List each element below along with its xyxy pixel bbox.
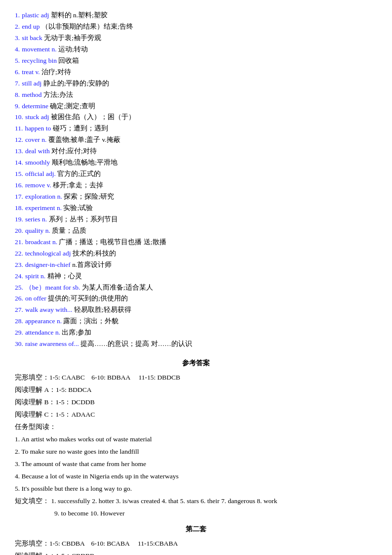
suite2-readingA: 阅读理解 A：1-5：CBDBB bbox=[15, 550, 377, 555]
vocab-meaning: 顺利地;流畅地;平滑地 bbox=[52, 159, 118, 166]
vocab-word: treat v. bbox=[22, 68, 40, 76]
vocab-word: deal with bbox=[25, 147, 50, 155]
vocab-num: 15. bbox=[15, 170, 23, 177]
vocab-item: 12.cover n. 覆盖物;被单;盖子 v.掩蔽 bbox=[15, 134, 377, 146]
vocab-item: 11.happen to 碰巧；遭到；遇到 bbox=[15, 123, 377, 134]
vocab-num: 13. bbox=[15, 147, 23, 155]
suite1-task-label: 任务型阅读： bbox=[15, 423, 56, 430]
vocab-num: 6. bbox=[15, 68, 20, 76]
vocab-meaning: 为某人而准备;适合某人 bbox=[82, 284, 153, 291]
vocab-meaning: 精神；心灵 bbox=[47, 272, 82, 280]
vocab-meaning: 出席;参加 bbox=[62, 329, 91, 336]
vocab-num: 29. bbox=[15, 329, 23, 336]
vocab-num: 25. bbox=[15, 284, 23, 291]
vocab-num: 26. bbox=[15, 295, 23, 302]
vocab-item: 25.（be）meant for sb. 为某人而准备;适合某人 bbox=[15, 282, 377, 294]
vocab-word: experiment n. bbox=[25, 204, 62, 212]
vocab-num: 18. bbox=[15, 204, 23, 212]
vocab-item: 10.stuck adj 被困住;陷（入）；困（于） bbox=[15, 112, 377, 123]
vocab-item: 4.movement n. 运动;转动 bbox=[15, 44, 377, 55]
vocab-meaning: n.首席设计师 bbox=[72, 261, 112, 268]
vocab-meaning: （以非预期的结果）结束;告终 bbox=[41, 23, 133, 30]
suite1-readingA-label: 阅读理解 A：1-5: BDDCA bbox=[15, 386, 92, 393]
vocab-word: stuck adj bbox=[25, 113, 49, 121]
suite1-readingC-label: 阅读理解 C：1-5：ADAAC bbox=[15, 411, 95, 418]
vocab-num: 4. bbox=[15, 45, 20, 53]
vocab-item: 2.end up （以非预期的结果）结束;告终 bbox=[15, 21, 377, 33]
vocab-word: （be）meant for sb. bbox=[25, 284, 80, 291]
suite1-readingC: 阅读理解 C：1-5：ADAAC bbox=[15, 409, 377, 421]
vocab-word: quality n. bbox=[25, 227, 50, 234]
vocab-word: sit back bbox=[22, 34, 42, 42]
vocab-meaning: 移开;拿走；去掉 bbox=[53, 181, 103, 189]
vocab-meaning: 运动;转动 bbox=[58, 45, 88, 53]
vocab-item: 17.exploration n. 探索；探险;研究 bbox=[15, 191, 377, 203]
suite1-task-list: 1. An artist who makes works out of wast… bbox=[15, 433, 377, 495]
vocab-meaning: 广播；播送；电视节目也播 送;散播 bbox=[59, 238, 166, 246]
vocab-meaning: 质量；品质 bbox=[52, 227, 86, 234]
suite2-title: 第二套 bbox=[15, 525, 377, 534]
vocab-word: method bbox=[22, 91, 42, 98]
answer-title: 参考答案 bbox=[15, 359, 377, 368]
vocab-meaning: 方法;办法 bbox=[43, 91, 73, 98]
vocab-item: 13.deal with 对付;应付;对待 bbox=[15, 146, 377, 157]
vocab-num: 20. bbox=[15, 227, 23, 234]
vocab-item: 20.quality n. 质量；品质 bbox=[15, 225, 377, 237]
vocab-word: spirit n. bbox=[25, 272, 45, 280]
vocab-num: 9. bbox=[15, 102, 20, 110]
vocab-meaning: 确定;测定;查明 bbox=[50, 102, 95, 110]
suite2-readingA-label: 阅读理解 A：1-5：CBDBB bbox=[15, 552, 94, 555]
vocab-word: remove v. bbox=[25, 181, 51, 189]
vocab-num: 21. bbox=[15, 238, 23, 246]
suite1-task-item: 5. It's possible but there is a long way… bbox=[15, 483, 377, 495]
vocab-num: 5. bbox=[15, 57, 20, 64]
vocab-meaning: 被困住;陷（入）；困（于） bbox=[51, 113, 136, 121]
vocabulary-list: 1.plastic adj 塑料的 n.塑料;塑胶2.end up （以非预期的… bbox=[15, 10, 377, 350]
suite1-task-reading: 任务型阅读： 1. An artist who makes works out … bbox=[15, 421, 377, 495]
vocab-item: 6.treat v. 治疗;对待 bbox=[15, 67, 377, 78]
vocab-num: 14. bbox=[15, 159, 23, 166]
vocab-item: 23.designer-in-chief n.首席设计师 bbox=[15, 259, 377, 271]
suite1-task-item: 4. Because a lot of waste in Nigeria end… bbox=[15, 470, 377, 483]
vocab-item: 30.raise awareness of... 提高……的意识；提高 对……的… bbox=[15, 339, 377, 350]
suite1-cloze-text: 完形填空：1-5: CAABC 6-10: BDBAA 11-15: DBDCB bbox=[15, 374, 180, 381]
vocab-meaning: 提供的;可买到的;供使用的 bbox=[48, 295, 128, 302]
vocab-item: 26.on offer 提供的;可买到的;供使用的 bbox=[15, 293, 377, 304]
vocab-meaning: 回收箱 bbox=[58, 57, 79, 64]
vocab-num: 22. bbox=[15, 250, 23, 257]
vocab-meaning: 技术的;科技的 bbox=[73, 250, 116, 257]
vocab-meaning: 实验;试验 bbox=[63, 204, 93, 212]
suite1-readingB: 阅读理解 B：1-5：DCDDB bbox=[15, 396, 377, 409]
suite1-task-item: 1. An artist who makes works out of wast… bbox=[15, 433, 377, 446]
vocab-item: 15.official adj. 官方的;正式的 bbox=[15, 169, 377, 180]
vocab-meaning: 塑料的 n.塑料;塑胶 bbox=[51, 11, 108, 19]
vocab-item: 27.walk away with... 轻易取胜;轻易获得 bbox=[15, 304, 377, 316]
vocab-word: on offer bbox=[25, 295, 46, 302]
vocab-item: 28.appearance n. 露面；演出；外貌 bbox=[15, 316, 377, 327]
vocab-word: official adj. bbox=[25, 170, 56, 177]
vocab-item: 24.spirit n. 精神；心灵 bbox=[15, 271, 377, 282]
vocab-item: 3.sit back 无动于衷;袖手旁观 bbox=[15, 33, 377, 44]
vocab-num: 12. bbox=[15, 136, 23, 143]
vocab-word: technological adj bbox=[25, 250, 71, 257]
vocab-word: designer-in-chief bbox=[25, 261, 71, 268]
vocab-num: 28. bbox=[15, 317, 23, 325]
vocab-item: 7.still adj 静止的;平静的;安静的 bbox=[15, 78, 377, 89]
vocab-num: 7. bbox=[15, 80, 20, 87]
vocab-item: 1.plastic adj 塑料的 n.塑料;塑胶 bbox=[15, 10, 377, 21]
vocab-num: 3. bbox=[15, 34, 20, 42]
suite1-task-item: 3. The amount of waste that came from he… bbox=[15, 458, 377, 470]
suite1-cloze: 完形填空：1-5: CAABC 6-10: BDBAA 11-15: DBDCB bbox=[15, 372, 377, 384]
vocab-num: 19. bbox=[15, 215, 23, 223]
vocab-meaning: 碰巧；遭到；遇到 bbox=[53, 125, 108, 132]
vocab-word: broadcast n. bbox=[25, 238, 57, 246]
vocab-num: 11. bbox=[15, 125, 23, 132]
vocab-word: exploration n. bbox=[25, 193, 62, 200]
vocab-num: 16. bbox=[15, 181, 23, 189]
vocab-meaning: 露面；演出；外貌 bbox=[63, 317, 118, 325]
suite1-readingA: 阅读理解 A：1-5: BDDCA bbox=[15, 384, 377, 396]
vocab-item: 16.remove v. 移开;拿走；去掉 bbox=[15, 180, 377, 191]
vocab-num: 17. bbox=[15, 193, 23, 200]
vocab-word: determine bbox=[22, 102, 48, 110]
vocab-word: end up bbox=[22, 23, 39, 30]
